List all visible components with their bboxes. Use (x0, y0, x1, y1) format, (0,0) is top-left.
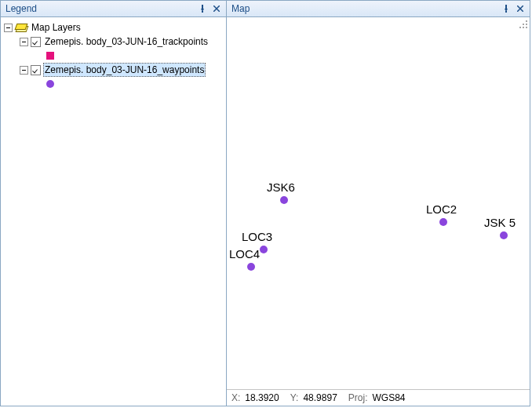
status-y-value: 48.9897 (303, 392, 337, 403)
svg-point-6 (523, 27, 524, 28)
waypoint-label: LOC3 (242, 230, 272, 243)
close-icon[interactable] (210, 2, 223, 15)
expander-icon[interactable] (4, 24, 13, 32)
tree-symbol-row[interactable] (2, 77, 224, 91)
status-x-value: 18.3920 (245, 392, 279, 403)
layer-name[interactable]: Zemepis. body_03-JUN-16_trackpoints (43, 35, 210, 48)
svg-point-7 (526, 27, 527, 28)
tree-layer-row[interactable]: Zemepis. body_03-JUN-16_waypoints (2, 63, 224, 77)
layer-name[interactable]: Zemepis. body_03-JUN-16_waypoints (43, 63, 206, 77)
waypoint-label: JSK6 (267, 180, 295, 194)
tree-root-row[interactable]: Map Layers (2, 20, 224, 35)
expander-icon[interactable] (20, 66, 28, 75)
map-title: Map (231, 3, 498, 14)
legend-title: Legend (5, 3, 195, 14)
status-x-label: X: (231, 392, 240, 403)
svg-point-5 (519, 27, 521, 28)
status-proj-label: Proj: (348, 392, 368, 403)
waypoint-marker-icon (260, 246, 268, 253)
legend-header: Legend (1, 1, 226, 17)
waypoint-label: LOC4 (229, 247, 260, 260)
symbol-square-icon (46, 52, 54, 60)
resize-grip-icon (519, 20, 528, 29)
layers-icon (15, 21, 27, 34)
tree-layer-row[interactable]: Zemepis. body_03-JUN-16_trackpoints (2, 35, 224, 49)
waypoint-label: LOC2 (426, 202, 457, 216)
svg-point-2 (526, 20, 527, 22)
layer-checkbox[interactable] (31, 37, 41, 47)
status-bar: X: 18.3920 Y: 48.9897 Proj: WGS84 (227, 389, 530, 406)
waypoint-label: JSK 5 (484, 216, 516, 229)
svg-point-4 (526, 24, 527, 25)
waypoint-marker-icon (280, 196, 288, 204)
tree-root-label: Map Layers (30, 21, 82, 34)
pin-icon[interactable] (500, 2, 512, 15)
svg-point-3 (523, 24, 524, 25)
close-icon[interactable] (514, 2, 527, 15)
svg-rect-0 (202, 11, 203, 13)
map-canvas[interactable]: JSK6LOC3LOC4LOC2JSK 5 (227, 17, 530, 389)
map-header: Map (227, 1, 530, 17)
symbol-circle-icon (46, 80, 54, 88)
layer-checkbox[interactable] (31, 65, 41, 75)
legend-panel: Legend Map Layers Zemepis. body_03-JUN-1… (1, 1, 227, 406)
waypoint-marker-icon (247, 263, 255, 271)
pin-icon[interactable] (196, 2, 209, 15)
map-panel: Map JSK6LOC3LOC4LOC2JSK 5 X: 18.3920 Y: … (227, 1, 530, 406)
tree-symbol-row[interactable] (2, 49, 224, 63)
status-proj-value: WGS84 (373, 392, 406, 403)
legend-tree: Map Layers Zemepis. body_03-JUN-16_track… (1, 17, 226, 94)
waypoint-marker-icon (500, 231, 508, 239)
svg-rect-1 (505, 11, 507, 13)
waypoint-marker-icon (439, 218, 447, 226)
status-y-label: Y: (290, 392, 299, 403)
expander-icon[interactable] (20, 38, 28, 46)
